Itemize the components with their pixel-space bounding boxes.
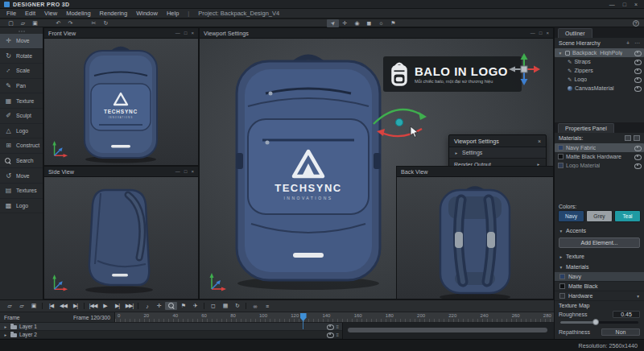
refresh-icon[interactable]: ↻ bbox=[100, 19, 112, 27]
repathiness-value-button[interactable]: Non bbox=[601, 328, 640, 336]
close-icon[interactable]: × bbox=[538, 138, 541, 144]
material-option-hardware-dropdown[interactable]: Hardware ▾ bbox=[555, 291, 644, 301]
nav-gizmo[interactable] bbox=[506, 52, 542, 87]
eye-icon[interactable] bbox=[634, 77, 641, 82]
material-row-matte-black[interactable]: Matte Black Hardware bbox=[555, 152, 644, 161]
transform-gizmo[interactable] bbox=[367, 97, 431, 145]
eye-icon[interactable] bbox=[327, 332, 333, 337]
grid-icon[interactable]: ▦ bbox=[219, 303, 231, 309]
vp-side-minimize[interactable]: — bbox=[175, 169, 180, 174]
step-forward-icon[interactable]: ▶| bbox=[69, 303, 81, 309]
menu-edit[interactable]: Edit bbox=[25, 10, 35, 17]
vp-main-close[interactable]: × bbox=[546, 31, 549, 35]
eye-icon[interactable] bbox=[634, 163, 641, 168]
jump-start-icon[interactable]: |◀ bbox=[45, 303, 57, 309]
next-frame-icon[interactable]: ▶| bbox=[111, 303, 123, 309]
texture-section-header[interactable]: ▸ Texture bbox=[555, 251, 644, 262]
viewport-side-header[interactable]: Side View — □ × bbox=[44, 167, 198, 177]
infinite-icon[interactable]: ∞ bbox=[249, 304, 261, 309]
vp-side-maximize[interactable]: □ bbox=[184, 169, 188, 174]
vp-front-minimize[interactable]: — bbox=[175, 31, 180, 35]
eye-icon[interactable] bbox=[634, 51, 641, 56]
play-icon[interactable]: ▶ bbox=[99, 303, 111, 309]
tool-logo[interactable]: △Logo bbox=[0, 124, 43, 139]
tool-construct[interactable]: ⊞Construct bbox=[0, 138, 43, 154]
viewport-settings-menu-header[interactable]: Viewport Settings × bbox=[449, 135, 546, 147]
tree-item-straps[interactable]: ✎ Straps bbox=[555, 57, 644, 66]
add-element-button[interactable]: Add Element... bbox=[559, 237, 640, 248]
caret-right-icon[interactable]: ▸ bbox=[3, 324, 8, 329]
eye-icon[interactable] bbox=[634, 146, 641, 151]
color-button-navy[interactable]: Navy bbox=[558, 210, 584, 222]
color-button-grey[interactable]: Grey bbox=[586, 210, 613, 222]
tool-scale[interactable]: ↕Scale bbox=[0, 64, 43, 79]
window-minimize-button[interactable]: — bbox=[609, 2, 615, 7]
tab-properties-panel[interactable]: Properties Panel bbox=[558, 123, 614, 133]
tool-sculpt[interactable]: ✐Sculpt bbox=[0, 109, 43, 124]
tool-move-2[interactable]: ↺Move bbox=[0, 168, 43, 184]
window-close-button[interactable]: × bbox=[634, 2, 638, 7]
menu-window[interactable]: Window bbox=[136, 10, 158, 17]
prev-key-icon[interactable]: |◀◀ bbox=[87, 303, 99, 309]
eye-icon[interactable] bbox=[634, 155, 641, 159]
help-icon[interactable]: ? bbox=[633, 20, 639, 27]
tab-outliner[interactable]: Outliner bbox=[558, 28, 592, 38]
tool-textures[interactable]: ▤Textures bbox=[0, 184, 43, 199]
vp-front-maximize[interactable]: □ bbox=[184, 31, 188, 35]
box-select-icon[interactable]: ◻ bbox=[207, 303, 219, 309]
menu-icon[interactable]: ≡ bbox=[261, 304, 273, 309]
material-option-navy[interactable]: Navy bbox=[555, 272, 644, 282]
redo-icon[interactable]: ↷ bbox=[64, 19, 76, 27]
menu-file[interactable]: File bbox=[6, 10, 16, 17]
send-icon[interactable]: ✈ bbox=[189, 303, 201, 309]
tree-item-backpack[interactable]: ▾ Backpack_HighPoly bbox=[555, 48, 644, 57]
move-tool-icon[interactable]: ✛ bbox=[339, 19, 351, 27]
timeline-scrollbar[interactable] bbox=[348, 328, 547, 332]
viewport-front-header[interactable]: Front View — □ × bbox=[44, 28, 198, 39]
eye-icon[interactable] bbox=[634, 60, 641, 64]
materials-section-header[interactable]: ▾ Materials bbox=[555, 262, 644, 272]
menu-help[interactable]: Help bbox=[167, 10, 179, 17]
menu-modeling[interactable]: Modeling bbox=[66, 10, 90, 17]
color-button-teal[interactable]: Teal bbox=[614, 210, 641, 222]
new-file-icon[interactable]: ▢ bbox=[5, 19, 17, 27]
roughness-slider[interactable] bbox=[560, 321, 638, 324]
tree-item-zippers[interactable]: ✎ Zippers bbox=[555, 66, 644, 75]
tree-item-logo[interactable]: ✎ Logo bbox=[555, 75, 644, 84]
timeline-ruler[interactable]: 0 20 40 60 80 100 120 140 160 180 200 22… bbox=[115, 312, 554, 322]
vp-front-close[interactable]: × bbox=[191, 31, 194, 35]
roughness-value-field[interactable]: 0.45 bbox=[613, 311, 640, 318]
eye-icon[interactable] bbox=[634, 86, 641, 91]
vp-main-minimize[interactable]: — bbox=[530, 31, 535, 35]
window-maximize-button[interactable]: □ bbox=[623, 2, 626, 7]
viewport-back-header[interactable]: Back View bbox=[397, 167, 553, 177]
tool-pan[interactable]: ✎Pan bbox=[0, 79, 43, 94]
tool-search[interactable]: Search bbox=[0, 154, 43, 169]
viewport-main-header[interactable]: Viewport Settings — □ × bbox=[200, 28, 553, 39]
vp-main-maximize[interactable]: □ bbox=[539, 31, 543, 35]
cube-icon[interactable]: ◼ bbox=[363, 19, 375, 27]
flag-icon[interactable]: ⚑ bbox=[387, 19, 399, 27]
track-area[interactable] bbox=[342, 323, 554, 339]
tree-item-canvasmaterial[interactable]: CanvasMaterial bbox=[555, 84, 644, 93]
open-folder-icon[interactable]: ▱ bbox=[17, 19, 29, 27]
accents-section-header[interactable]: ▾ Accents bbox=[555, 225, 644, 236]
eye-icon[interactable] bbox=[634, 68, 641, 73]
layer-row-2[interactable]: ▸ Layer 2 ≡ bbox=[0, 331, 342, 339]
loop-icon[interactable]: ↻ bbox=[231, 303, 243, 309]
tool-logo-2[interactable]: ▩Logo bbox=[0, 199, 43, 214]
material-row-navy-fabric[interactable]: Navy Fabric bbox=[555, 143, 644, 152]
menu-rendering[interactable]: Rendering bbox=[100, 10, 128, 17]
tool-rotate[interactable]: ↻Rotate bbox=[0, 49, 43, 64]
material-option-matte-black[interactable]: Matte Black bbox=[555, 282, 644, 291]
front-canvas[interactable]: TECHSYNC INNOVATIONS bbox=[44, 39, 198, 165]
jump-end-icon[interactable]: ▶▶| bbox=[123, 303, 135, 309]
caret-down-icon[interactable]: ▾ bbox=[558, 51, 563, 56]
layer-row-1[interactable]: ▸ Layer 1 ≡ bbox=[0, 323, 342, 331]
menu-icon[interactable]: ≡ bbox=[336, 332, 339, 337]
visibility-icon[interactable]: ◉ bbox=[351, 19, 363, 27]
undo-icon[interactable]: ↶ bbox=[52, 19, 64, 27]
cut-icon[interactable]: ✂ bbox=[88, 19, 100, 27]
vp-side-close[interactable]: × bbox=[191, 169, 194, 174]
material-row-logo-material[interactable]: Logo Material bbox=[555, 161, 644, 170]
